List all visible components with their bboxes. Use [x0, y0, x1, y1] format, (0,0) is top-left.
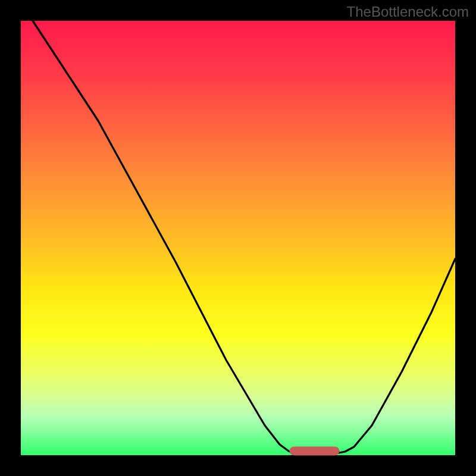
- chart-curve: [21, 21, 455, 455]
- watermark-text: TheBottleneck.com: [347, 4, 469, 20]
- main-curve-path: [33, 21, 455, 453]
- plot-area: [21, 21, 455, 455]
- valley-highlight: [290, 447, 339, 455]
